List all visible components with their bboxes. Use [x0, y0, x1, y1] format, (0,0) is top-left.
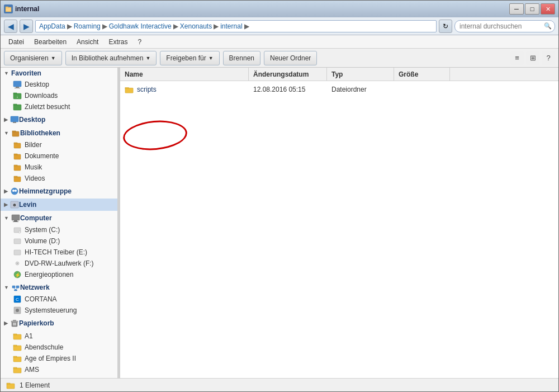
drive-f-label: DVD-RW-Laufwerk (F:) [25, 259, 94, 267]
menu-help[interactable]: ? [133, 37, 146, 47]
sidebar-item-systemsteuerung[interactable]: Systemsteuerung [1, 305, 117, 316]
view-list-button[interactable]: ≡ [510, 51, 524, 65]
svg-rect-74 [7, 383, 10, 384]
svg-text:⚡: ⚡ [15, 272, 21, 278]
share-button[interactable]: Freigeben für ▼ [160, 51, 219, 65]
sidebar-item-a1[interactable]: A1 [1, 330, 117, 342]
recent-label: Zuletzt besucht [25, 103, 70, 111]
sidebar-item-d[interactable]: Volume (D:) [1, 235, 117, 247]
svg-rect-73 [7, 384, 15, 389]
status-folder-icon [6, 381, 15, 390]
status-text: 1 Element [20, 381, 50, 389]
sidebar-item-ams[interactable]: AMS [1, 364, 117, 375]
address-path[interactable]: AppData ▶ Roaming ▶ Goldhawk Interactive… [35, 20, 437, 32]
library-arrow: ▼ [145, 55, 150, 61]
share-arrow: ▼ [209, 55, 214, 61]
homegroup-header[interactable]: ▶ Heimnetzgruppe [1, 185, 117, 197]
breadcrumb-goldhawk[interactable]: Goldhawk Interactive [109, 22, 172, 30]
favorites-header[interactable]: ▼ Favoriten [1, 68, 117, 79]
minimize-button[interactable]: ─ [509, 3, 524, 15]
svg-rect-16 [14, 154, 21, 159]
energy-icon: ⚡ [13, 270, 22, 279]
svg-rect-10 [11, 116, 18, 122]
sidebar-item-cortana[interactable]: C CORTANA [1, 294, 117, 305]
back-button[interactable]: ◀ [4, 20, 17, 33]
organize-button[interactable]: Organisieren ▼ [4, 51, 62, 65]
computer-section: ▼ Computer [1, 212, 117, 280]
view-grid-button[interactable]: ⊞ [526, 51, 539, 65]
view-help-button[interactable]: ? [542, 51, 555, 65]
sidebar-item-c[interactable]: System (C:) [1, 224, 117, 235]
breadcrumb-roaming[interactable]: Roaming [74, 22, 101, 30]
sidebar-item-desktop[interactable]: Desktop [1, 79, 117, 90]
breadcrumb-appdata[interactable]: AppData [39, 22, 65, 30]
sidebar-item-e[interactable]: HI-TECH Treiber (E:) [1, 247, 117, 258]
library-button[interactable]: In Bibliothek aufnehmen ▼ [65, 51, 157, 65]
svg-point-22 [11, 188, 18, 195]
sidebar-item-dokumente[interactable]: Dokumente [1, 150, 117, 162]
search-input[interactable] [454, 20, 555, 32]
ageofempires-label: Age of Empires II [25, 355, 76, 362]
svg-rect-32 [14, 239, 21, 244]
recyclebin-section: ▶ Papierkorb [1, 317, 117, 329]
sidebar-item-videos[interactable]: Videos [1, 173, 117, 184]
computer-label: Computer [20, 214, 52, 222]
close-button[interactable]: ✕ [541, 3, 555, 15]
sidebar-item-f[interactable]: DVD-RW-Laufwerk (F:) [1, 258, 117, 269]
network-label: Netzwerk [20, 284, 50, 291]
menu-bearbeiten[interactable]: Bearbeiten [30, 37, 71, 47]
recyclebin-header[interactable]: ▶ Papierkorb [1, 317, 117, 329]
desktop-section-header[interactable]: ▶ Desktop [1, 114, 117, 126]
maximize-button[interactable]: □ [525, 3, 539, 15]
menu-datei[interactable]: Datei [4, 37, 29, 47]
status-bar: 1 Element [1, 378, 558, 391]
breadcrumb-internal[interactable]: internal [220, 22, 242, 30]
new-folder-button[interactable]: Neuer Ordner [264, 51, 317, 65]
file-item-scripts[interactable]: scripts 12.08.2016 05:15 Dateiordner [120, 83, 558, 96]
levin-header[interactable]: ▶ ☻ Levin [1, 199, 117, 211]
sidebar-item-downloads[interactable]: ↓ Downloads [1, 90, 117, 101]
svg-text:☻: ☻ [12, 202, 17, 207]
forward-button[interactable]: ▶ [20, 20, 33, 33]
menu-extras[interactable]: Extras [104, 37, 132, 47]
svg-rect-21 [14, 176, 17, 177]
svg-point-31 [18, 231, 21, 233]
svg-rect-38 [12, 286, 15, 288]
svg-rect-39 [16, 286, 19, 288]
bilder-icon [13, 140, 22, 149]
col-header-size[interactable]: Größe [394, 68, 450, 81]
favorites-section: ▼ Favoriten Desktop [1, 68, 117, 112]
svg-rect-13 [12, 131, 16, 132]
sidebar-item-recent[interactable]: Zuletzt besucht [1, 101, 117, 112]
computer-triangle: ▼ [4, 215, 9, 221]
refresh-button[interactable]: ↻ [439, 20, 452, 33]
organize-arrow: ▼ [51, 55, 56, 61]
sidebar-item-musik[interactable]: Musik [1, 162, 117, 173]
computer-header[interactable]: ▼ Computer [1, 212, 117, 224]
downloads-label: Downloads [25, 92, 58, 100]
sidebar-item-ageofempires[interactable]: Age of Empires II [1, 353, 117, 364]
column-headers: Name Änderungsdatum Typ Größe [120, 68, 558, 81]
col-header-date[interactable]: Änderungsdatum [249, 68, 327, 81]
burn-button[interactable]: Brennen [223, 51, 260, 65]
network-header[interactable]: ▼ Netzwerk [1, 281, 117, 294]
levin-icon: ☻ [10, 200, 19, 209]
sidebar-item-bilder[interactable]: Bilder [1, 139, 117, 150]
title-bar: internal ─ □ ✕ [1, 1, 558, 17]
svg-line-42 [16, 288, 18, 290]
videos-icon [13, 174, 22, 183]
dokumente-icon [13, 152, 22, 160]
sidebar-item-abendschule[interactable]: Abendschule [1, 342, 117, 353]
svg-rect-2 [13, 81, 21, 87]
col-header-name[interactable]: Name [120, 68, 249, 81]
breadcrumb-xenonauts[interactable]: Xenonauts [180, 22, 212, 30]
menu-ansicht[interactable]: Ansicht [72, 37, 103, 47]
svg-rect-49 [13, 320, 16, 321]
sidebar-item-energy[interactable]: ⚡ Energieoptionen [1, 269, 117, 280]
desktop-triangle: ▶ [4, 117, 8, 122]
libraries-header[interactable]: ▼ Bibliotheken [1, 127, 117, 139]
col-header-type[interactable]: Typ [327, 68, 394, 81]
drive-d-label: Volume (D:) [25, 237, 60, 245]
a1-label: A1 [25, 332, 33, 340]
svg-rect-58 [13, 356, 17, 357]
